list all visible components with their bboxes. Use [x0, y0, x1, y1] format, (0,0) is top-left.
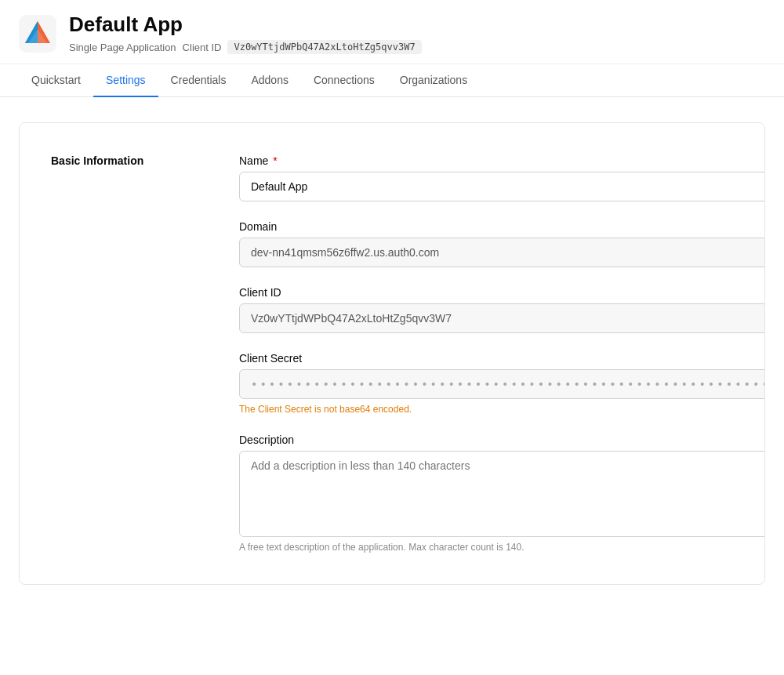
name-label: Name * — [239, 154, 765, 167]
description-textarea[interactable] — [239, 451, 765, 537]
name-input-wrapper — [239, 172, 765, 201]
client-id-field-group: Client ID — [239, 286, 765, 333]
description-field-group: Description A free text description of t… — [239, 434, 765, 553]
tab-settings[interactable]: Settings — [93, 64, 158, 97]
basic-info-card: Basic Information Name * — [19, 122, 765, 585]
tab-quickstart[interactable]: Quickstart — [19, 64, 93, 97]
tab-connections[interactable]: Connections — [301, 64, 387, 97]
header-client-id-badge: Vz0wYTtjdWPbQ47A2xLtoHtZg5qvv3W7 — [227, 40, 421, 54]
client-secret-field-group: Client Secret ••••••••••••••••••••••••••… — [239, 352, 765, 415]
app-title: Default App — [69, 13, 422, 37]
description-hint: A free text description of the applicati… — [239, 542, 765, 553]
main-content: Basic Information Name * — [0, 97, 784, 610]
nav-tabs: Quickstart Settings Credentials Addons C… — [0, 64, 784, 97]
description-label: Description — [239, 434, 765, 446]
header-info: Default App Single Page Application Clie… — [69, 13, 422, 54]
name-required-star: * — [270, 154, 277, 167]
client-secret-hint: The Client Secret is not base64 encoded. — [239, 404, 765, 415]
client-id-input[interactable] — [239, 303, 765, 333]
name-input[interactable] — [239, 172, 765, 201]
domain-field-group: Domain — [239, 220, 765, 267]
client-id-input-wrapper — [239, 303, 765, 333]
name-field-group: Name * — [239, 154, 765, 201]
client-secret-input-wrapper: ••••••••••••••••••••••••••••••••••••••••… — [239, 369, 765, 399]
tab-addons[interactable]: Addons — [238, 64, 300, 97]
client-secret-dots: ••••••••••••••••••••••••••••••••••••••••… — [239, 369, 765, 399]
app-header: Default App Single Page Application Clie… — [0, 0, 784, 64]
domain-input[interactable] — [239, 238, 765, 267]
tab-organizations[interactable]: Organizations — [387, 64, 480, 97]
client-secret-label: Client Secret — [239, 352, 765, 365]
client-id-label: Client ID — [183, 42, 222, 53]
app-type-label: Single Page Application — [69, 42, 176, 53]
basic-information-label: Basic Information — [51, 154, 192, 553]
tab-credentials[interactable]: Credentials — [158, 64, 239, 97]
fields-column: Name * Domain — [239, 154, 765, 553]
header-meta: Single Page Application Client ID Vz0wYT… — [69, 40, 422, 54]
domain-input-wrapper — [239, 238, 765, 267]
client-id-label: Client ID — [239, 286, 765, 299]
section-body: Basic Information Name * — [20, 123, 764, 584]
domain-label: Domain — [239, 220, 765, 233]
app-logo — [19, 15, 56, 53]
